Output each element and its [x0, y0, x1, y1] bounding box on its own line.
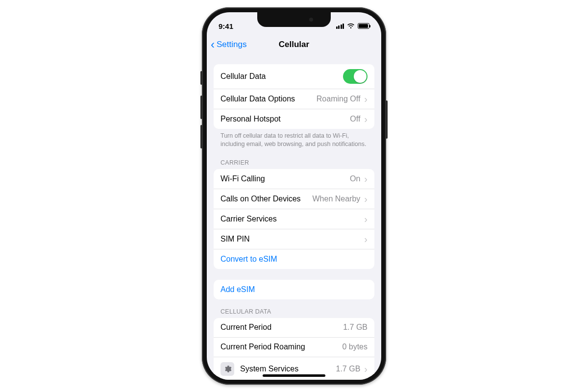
- row-current-period: Current Period 1.7 GB: [214, 318, 374, 338]
- row-carrier-services[interactable]: Carrier Services ›: [214, 209, 374, 229]
- row-label: Add eSIM: [220, 285, 255, 294]
- chevron-right-icon: ›: [364, 234, 368, 244]
- chevron-left-icon: ‹: [211, 39, 215, 50]
- row-calls-other-devices[interactable]: Calls on Other Devices When Nearby ›: [214, 189, 374, 209]
- row-label: Convert to eSIM: [220, 255, 277, 264]
- row-convert-to-esim[interactable]: Convert to eSIM: [214, 249, 374, 269]
- cellular-signal-icon: [336, 24, 344, 29]
- group-usage: Current Period 1.7 GB Current Period Roa…: [214, 318, 374, 380]
- wifi-icon: [347, 23, 355, 29]
- page-title: Cellular: [279, 40, 309, 49]
- screen: 9:41 ‹ Settings Cellular: [207, 12, 381, 380]
- row-label: Carrier Services: [220, 215, 277, 223]
- row-label: Personal Hotspot: [220, 115, 281, 123]
- chevron-right-icon: ›: [364, 364, 368, 374]
- battery-icon: [358, 23, 369, 29]
- row-value: Roaming Off: [317, 95, 361, 103]
- row-value: When Nearby: [313, 195, 361, 203]
- section-header-cellular-data: CELLULAR DATA: [220, 308, 368, 315]
- row-value: 1.7 GB: [336, 365, 361, 373]
- row-label: System Services: [240, 365, 298, 373]
- row-personal-hotspot[interactable]: Personal Hotspot Off ›: [214, 109, 374, 129]
- row-value: 0 bytes: [342, 343, 368, 351]
- row-label: Wi-Fi Calling: [220, 174, 265, 183]
- cellular-data-toggle[interactable]: [343, 69, 368, 84]
- row-label: Current Period: [220, 323, 271, 332]
- row-value: On: [350, 174, 360, 183]
- status-time: 9:41: [219, 22, 233, 30]
- phone-frame: 9:41 ‹ Settings Cellular: [202, 7, 386, 385]
- row-cellular-data[interactable]: Cellular Data: [214, 64, 374, 89]
- row-value: 1.7 GB: [343, 323, 368, 332]
- cellular-data-footer: Turn off cellular data to restrict all d…: [220, 132, 368, 148]
- chevron-right-icon: ›: [364, 114, 368, 124]
- back-button[interactable]: ‹ Settings: [211, 34, 246, 55]
- row-label: Calls on Other Devices: [220, 195, 301, 203]
- nav-bar: ‹ Settings Cellular: [207, 34, 381, 55]
- row-label: Current Period Roaming: [220, 343, 305, 351]
- group-add-esim: Add eSIM: [214, 280, 374, 299]
- row-label: SIM PIN: [220, 235, 250, 244]
- row-value: Off: [350, 115, 360, 123]
- group-carrier: Wi-Fi Calling On › Calls on Other Device…: [214, 169, 374, 269]
- row-wifi-calling[interactable]: Wi-Fi Calling On ›: [214, 169, 374, 189]
- row-sim-pin[interactable]: SIM PIN ›: [214, 229, 374, 249]
- row-add-esim[interactable]: Add eSIM: [214, 280, 374, 299]
- chevron-right-icon: ›: [364, 174, 368, 184]
- chevron-right-icon: ›: [364, 94, 368, 104]
- back-label: Settings: [217, 40, 246, 49]
- row-cellular-data-options[interactable]: Cellular Data Options Roaming Off ›: [214, 89, 374, 109]
- chevron-right-icon: ›: [364, 194, 368, 204]
- gear-icon: [220, 362, 234, 376]
- home-indicator[interactable]: [263, 374, 325, 377]
- group-cellular: Cellular Data Cellular Data Options Roam…: [214, 64, 374, 129]
- chevron-right-icon: ›: [364, 214, 368, 224]
- row-current-period-roaming: Current Period Roaming 0 bytes: [214, 338, 374, 357]
- settings-content[interactable]: Cellular Data Cellular Data Options Roam…: [207, 55, 381, 380]
- row-label: Cellular Data Options: [220, 95, 295, 103]
- row-label: Cellular Data: [220, 72, 266, 81]
- section-header-carrier: CARRIER: [220, 159, 368, 166]
- notch: [257, 12, 331, 27]
